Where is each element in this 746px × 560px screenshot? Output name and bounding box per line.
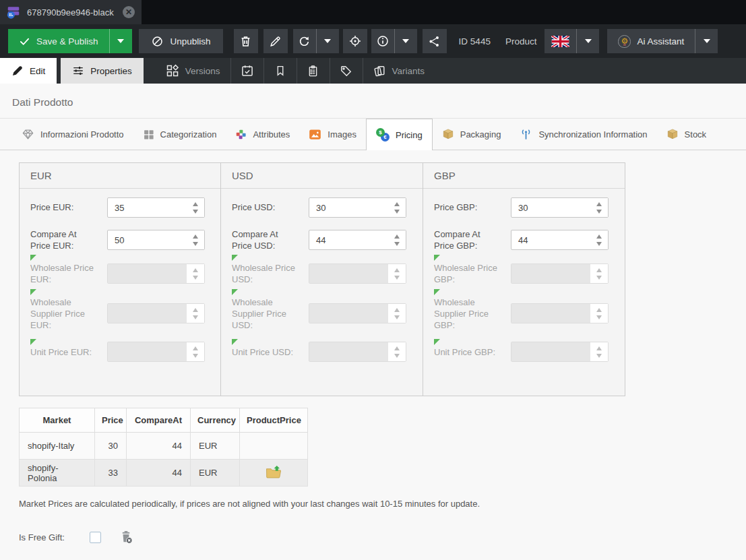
number-input-value: [108, 304, 187, 323]
number-input[interactable]: [309, 303, 406, 323]
tab-synchronization-information[interactable]: Synchronization Information: [510, 119, 656, 150]
spin-up-button[interactable]: [596, 308, 602, 312]
language-button[interactable]: [545, 29, 576, 53]
delete-button[interactable]: [234, 29, 258, 53]
spin-down-button[interactable]: [394, 276, 400, 280]
language-dropdown[interactable]: [576, 29, 599, 53]
free-gift-checkbox[interactable]: [90, 532, 101, 543]
spin-up-button[interactable]: [596, 268, 602, 272]
close-icon[interactable]: ✕: [123, 6, 135, 18]
spin-down-button[interactable]: [394, 354, 400, 358]
edit-button[interactable]: [263, 29, 288, 53]
tab-label: Packaging: [460, 129, 501, 139]
tab-label: Synchronization Information: [538, 129, 647, 139]
number-input[interactable]: [309, 342, 406, 362]
number-input[interactable]: 35: [107, 197, 205, 218]
tab-schedule[interactable]: [231, 58, 263, 84]
number-input[interactable]: [107, 263, 205, 284]
spin-up-button[interactable]: [193, 268, 198, 272]
tab-bookmark[interactable]: [264, 58, 297, 84]
tab-pricing[interactable]: $€ Pricing: [366, 119, 433, 150]
chevron-down-icon: [585, 39, 592, 43]
spinner: [388, 342, 406, 361]
tab-variants[interactable]: Variants: [363, 58, 435, 84]
tab-stock[interactable]: Stock: [657, 119, 716, 150]
number-input[interactable]: 50: [107, 230, 205, 250]
spin-down-button[interactable]: [394, 242, 400, 246]
tab-attributes[interactable]: Attributes: [226, 119, 299, 150]
spin-down-button[interactable]: [596, 354, 602, 358]
field-label: Price USD:: [232, 202, 275, 212]
panel-gbp: GBP Price GBP: 30 Compare At Price GBP: …: [423, 162, 625, 396]
unpublish-button[interactable]: Unpublish: [139, 29, 223, 53]
refresh-dropdown[interactable]: [316, 29, 339, 53]
spin-up-button[interactable]: [394, 308, 400, 312]
spin-down-button[interactable]: [193, 315, 198, 319]
tab-clipboard[interactable]: [297, 58, 330, 84]
spin-down-button[interactable]: [193, 210, 198, 214]
tab-versions[interactable]: Versions: [156, 58, 230, 84]
spin-down-button[interactable]: [596, 210, 602, 214]
share-button[interactable]: [423, 29, 447, 53]
spin-down-button[interactable]: [596, 276, 602, 280]
info-button[interactable]: [371, 29, 394, 53]
tab-categorization[interactable]: Categorization: [133, 119, 226, 150]
price-field: Wholesale Supplier Price GBP:: [434, 297, 614, 331]
spin-up-button[interactable]: [596, 346, 602, 350]
tab-properties[interactable]: Properties: [61, 58, 144, 84]
spin-up-button[interactable]: [193, 202, 198, 206]
ai-assistant-dropdown[interactable]: [695, 29, 718, 53]
spin-up-button[interactable]: [596, 202, 602, 206]
save-publish-dropdown[interactable]: [109, 29, 132, 53]
tab-informazioni-prodotto[interactable]: Informazioni Prodotto: [12, 119, 133, 150]
spin-up-button[interactable]: [193, 235, 198, 239]
number-input[interactable]: 30: [309, 197, 406, 218]
field-label: Compare At Price USD:: [232, 229, 278, 251]
browser-tab[interactable]: 678790b9ee946-black ✕: [0, 0, 142, 24]
folder-export-icon[interactable]: [266, 465, 282, 479]
spin-down-button[interactable]: [193, 354, 198, 358]
tab-tags[interactable]: [330, 58, 363, 84]
info-dropdown[interactable]: [394, 29, 417, 53]
spin-up-button[interactable]: [193, 346, 198, 350]
number-input[interactable]: [309, 263, 406, 284]
spin-up-button[interactable]: [596, 235, 602, 239]
table-cell-compareat: 44: [127, 460, 191, 487]
trash-remove-icon[interactable]: [119, 530, 134, 545]
ai-assistant-button[interactable]: ⚙ Ai Assistant: [607, 29, 695, 53]
price-field: Price USD: 30: [232, 197, 412, 218]
table-cell-market: shopify-Polonia: [20, 460, 95, 487]
tab-label: Informazioni Prodotto: [40, 129, 124, 139]
save-publish-button[interactable]: Save & Publish: [8, 29, 109, 53]
spin-up-button[interactable]: [394, 268, 400, 272]
number-input[interactable]: [107, 342, 205, 362]
app-window: 678790b9ee946-black ✕ Save & Publish Unp…: [0, 0, 746, 560]
tag-icon: [340, 65, 352, 77]
panel-body: Price USD: 30 Compare At Price USD: 44 W…: [221, 189, 423, 362]
spin-down-button[interactable]: [394, 315, 400, 319]
number-input[interactable]: 44: [309, 230, 406, 250]
number-input[interactable]: [107, 303, 205, 323]
spin-down-button[interactable]: [193, 242, 198, 246]
spin-down-button[interactable]: [193, 276, 198, 280]
info-split-button: [371, 29, 417, 53]
spin-up-button[interactable]: [394, 235, 400, 239]
refresh-button[interactable]: [293, 29, 316, 53]
spin-down-button[interactable]: [596, 242, 602, 246]
spin-up-button[interactable]: [193, 308, 198, 312]
number-input[interactable]: [511, 342, 609, 362]
panel-body: Price GBP: 30 Compare At Price GBP: 44 W…: [423, 189, 625, 362]
locate-button[interactable]: [343, 29, 367, 53]
spin-down-button[interactable]: [596, 315, 602, 319]
number-input[interactable]: 30: [511, 197, 609, 218]
spin-up-button[interactable]: [394, 202, 400, 206]
spin-up-button[interactable]: [394, 346, 400, 350]
number-input[interactable]: 44: [511, 230, 609, 250]
tab-packaging[interactable]: Packaging: [433, 119, 511, 150]
number-input[interactable]: [511, 303, 609, 323]
tab-edit[interactable]: Edit: [0, 58, 57, 84]
field-label: Wholesale Price EUR:: [30, 263, 94, 284]
number-input[interactable]: [511, 263, 609, 284]
spin-down-button[interactable]: [394, 210, 400, 214]
tab-images[interactable]: Images: [299, 119, 366, 150]
